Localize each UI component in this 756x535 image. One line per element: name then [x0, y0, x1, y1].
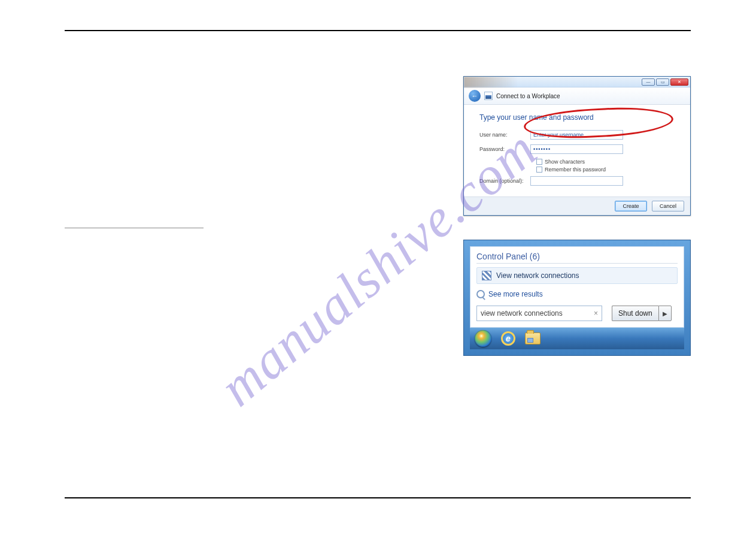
network-connections-icon: [482, 271, 491, 280]
maximize-button[interactable]: ▭: [656, 78, 669, 86]
start-button[interactable]: [475, 330, 491, 347]
internet-explorer-icon[interactable]: [501, 331, 515, 346]
dialog-heading: Type your user name and password: [479, 113, 675, 122]
username-input[interactable]: [530, 130, 623, 140]
bottom-horizontal-rule: [65, 497, 691, 498]
see-more-label: See more results: [488, 290, 543, 298]
shutdown-options-button[interactable]: ▶: [658, 306, 672, 321]
connect-workplace-dialog: — ▭ ✕ ← Connect to a Workplace Type your…: [463, 76, 691, 216]
domain-input[interactable]: [530, 176, 623, 186]
network-icon: [484, 92, 493, 100]
window-titlebar: — ▭ ✕: [464, 77, 690, 87]
remember-password-label: Remember this password: [545, 167, 606, 173]
clear-search-button[interactable]: ×: [594, 309, 598, 318]
start-menu-panel: Control Panel (6) View network connectio…: [463, 240, 691, 356]
password-label: Password:: [479, 146, 524, 152]
dialog-title: Connect to a Workplace: [496, 93, 560, 99]
result-item-label: View network connections: [496, 271, 579, 280]
show-characters-label: Show characters: [545, 159, 585, 165]
file-explorer-icon[interactable]: [525, 333, 541, 344]
top-horizontal-rule: [65, 30, 691, 31]
search-icon: [476, 290, 485, 298]
left-text-column: [65, 76, 445, 356]
cancel-button[interactable]: Cancel: [652, 201, 684, 211]
username-label: User name:: [479, 132, 524, 138]
minimize-button[interactable]: —: [642, 78, 655, 86]
show-characters-checkbox[interactable]: [536, 159, 542, 165]
see-more-results-link[interactable]: See more results: [476, 290, 678, 298]
result-view-network-connections[interactable]: View network connections: [476, 267, 678, 284]
taskbar: [470, 328, 684, 349]
section-underline: [65, 228, 204, 228]
start-search-input[interactable]: view network connections ×: [476, 306, 602, 321]
search-input-value: view network connections: [481, 309, 563, 318]
dialog-subheader: ← Connect to a Workplace: [464, 87, 690, 105]
domain-label: Domain (optional):: [479, 178, 524, 184]
remember-password-checkbox[interactable]: [536, 167, 542, 173]
back-button[interactable]: ←: [469, 90, 481, 102]
password-input[interactable]: [530, 144, 623, 154]
create-button[interactable]: Create: [615, 201, 647, 211]
close-button[interactable]: ✕: [670, 78, 688, 86]
control-panel-header: Control Panel (6): [476, 252, 678, 264]
shutdown-button[interactable]: Shut down: [612, 306, 658, 321]
